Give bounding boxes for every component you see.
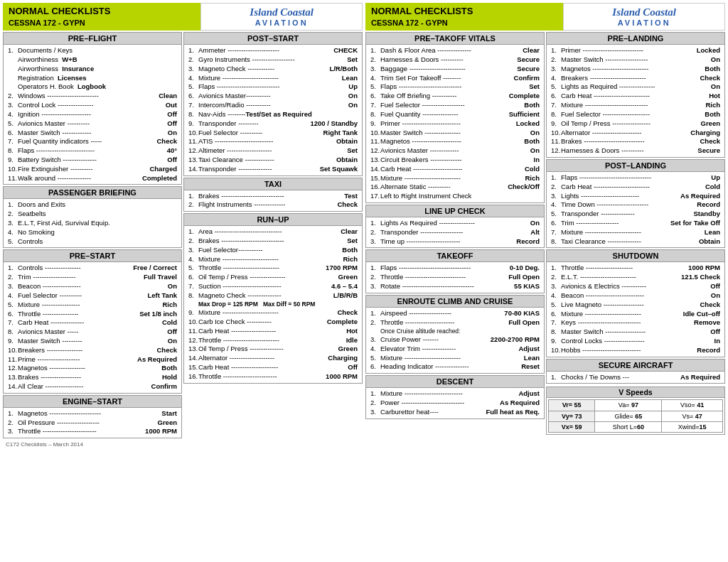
list-item: 4.Mixture -------------------------Rich — [188, 255, 358, 264]
left-title-line2: CESSNA 172 - GYPN — [9, 18, 195, 28]
list-item: 1.Ammeter -----------------------CHECK — [188, 46, 358, 55]
pretakeoff-section: PRE–TAKOFF VITALS 1.Dash & Floor Area --… — [365, 32, 545, 203]
takeoff-section: TAKEOFF 1.Flaps ------------------------… — [365, 249, 545, 293]
right-right-sub-col: PRE–LANDING 1.Primer -------------------… — [546, 32, 725, 449]
list-item: 12.Throttle -------------------------Idl… — [188, 336, 358, 345]
descent-header: DESCENT — [365, 375, 545, 388]
list-item: 10.Breakers ----------------Check — [8, 346, 177, 355]
vspeed-value: Glide= 65 — [595, 411, 662, 421]
taxi-content: 1.Brakes ----------------------------Tes… — [183, 190, 363, 212]
list-item: 6.Throttle ----------------Set 1/8 inch — [8, 310, 177, 319]
list-item: 10.Hobbs --------------------------Recor… — [551, 346, 720, 355]
descent-content: 1.Mixture --------------------------Adju… — [365, 388, 545, 418]
prelanding-section: PRE–LANDING 1.Primer -------------------… — [546, 32, 725, 158]
list-item: 1.Controls ----------------Free / Correc… — [8, 264, 177, 273]
list-item: 14.Carb Heat ----------------------Cold — [370, 165, 540, 174]
lineup-content: 1.Lights As Required ----------------On … — [365, 217, 545, 248]
list-item: 11.Carb Heat --------------------Hot — [188, 327, 358, 336]
list-item: 5.Flaps ----------------------------Up — [188, 82, 358, 92]
vspeed-value: Xwind=15 — [662, 421, 723, 432]
list-item: 13.Circuit Breakers --------------In — [370, 156, 540, 165]
list-item: 1.Lights As Required ----------------On — [370, 219, 540, 228]
list-item: 5.Mixture -----------------Rich — [8, 301, 177, 310]
poststart-section: POST–START 1.Ammeter -------------------… — [183, 32, 363, 175]
postlanding-header: POST–LANDING — [546, 159, 725, 172]
list-item: 3.Cruise Power -------2200-2700 RPM — [370, 335, 540, 345]
pretakeoff-header: PRE–TAKOFF VITALS — [365, 32, 545, 45]
list-item: 8.Taxi Clearance ---------------Obtain — [551, 237, 720, 247]
runup-content: 1.Area ------------------------------Cle… — [183, 226, 363, 383]
list-item: 9.Primer --------------------------Locke… — [370, 119, 540, 129]
list-item: 1.Magnetos -----------------------Start — [8, 409, 177, 418]
right-left-sub-col: PRE–TAKOFF VITALS 1.Dash & Floor Area --… — [365, 32, 545, 449]
list-item: 2.Master Switch -------------------On — [551, 55, 720, 65]
list-item: 9.Oil Temp / Press -----------------Gree… — [551, 119, 720, 129]
list-item: 8.Fuel Selector ---------------------Bot… — [551, 110, 720, 119]
list-item: 3.Avionics & Electrics -----------Off — [551, 282, 720, 291]
takeoff-header: TAKEOFF — [365, 249, 545, 262]
list-item: 7.Mixture -------------------------Lean — [551, 228, 720, 237]
list-item: 1.Chocks / Tie Downs ---As Required — [551, 373, 720, 382]
list-item: 9.Master Switch ---------On — [8, 337, 177, 346]
list-item: 14.Transponder ---------------Set Squawk — [188, 165, 358, 174]
list-item: 2.Gyro Instruments -------------------Se… — [188, 55, 358, 65]
list-item: 8. Flaps -------------------------- 40° — [8, 146, 177, 156]
list-item: 6. Master Switch ------------- On — [8, 129, 177, 138]
table-row: Vx= 59 Short L=60 Xwind=15 — [549, 421, 723, 432]
list-item: 6.Mixture -------------------------Idle … — [551, 310, 720, 319]
list-item: 5.Live Magneto ------------------Check — [551, 301, 720, 310]
list-item: 8.Master Switch ------------------Off — [551, 328, 720, 337]
vspeed-label: Vy= 73 — [549, 411, 595, 421]
list-item: 2.Flight Instruments --------------Check — [188, 200, 358, 210]
list-item: 3.Magnetos -------------------------Both — [551, 65, 720, 74]
poststart-content: 1.Ammeter -----------------------CHECK 2… — [183, 45, 363, 175]
list-item: Airworthiness W+B — [8, 55, 177, 65]
runup-section: RUN–UP 1.Area --------------------------… — [183, 213, 363, 383]
list-item: 3.Fuel Selector-----------Both — [188, 246, 358, 255]
list-item: 7.Fuel Selector -------------------Both — [370, 101, 540, 110]
list-item: 2. Windows ----------------------- Clean — [8, 92, 177, 101]
postlanding-section: POST–LANDING 1.Flaps -------------------… — [546, 159, 725, 249]
list-item: 2.Carb Heat -------------------------Col… — [551, 183, 720, 192]
list-item: 5.Throttle -------------------------1700… — [188, 264, 358, 273]
right-title-box: NORMAL CHECKLISTS CESSNA 172 - GYPN — [365, 3, 563, 31]
list-item: 4.Mixture -------------------------Lean — [188, 74, 358, 83]
list-item: 8.Fuel Quantity ----------------Sufficie… — [370, 110, 540, 119]
preflight-header: PRE–FLIGHT — [3, 32, 182, 45]
list-item: 13.Oil Temp / Press ---------------Green — [188, 345, 358, 354]
list-item: 8.Avionics Master -----Off — [8, 328, 177, 337]
list-item: 2.Transponder -------------------Alt — [370, 228, 540, 237]
list-item: 1.Airspeed -------------------70-80 KIAS — [370, 309, 540, 318]
list-item: 12.Harnesses & Doors ----------Secure — [551, 146, 720, 156]
list-item: 6.Take Off Briefing -----------Complete — [370, 92, 540, 101]
taxi-section: TAXI 1.Brakes --------------------------… — [183, 178, 363, 212]
list-item: 2.Power ----------------------------As R… — [370, 399, 540, 408]
left-sub-col: PRE–FLIGHT 1. Documents / Keys Airworthi… — [3, 32, 182, 449]
list-item: Airworthiness Insurance — [8, 65, 177, 74]
list-item: 11.Prime -------------------As Required — [8, 355, 177, 364]
lineup-section: LINE UP CHECK 1.Lights As Required -----… — [365, 205, 545, 248]
list-item: 4. Ignition ---------------------- Off — [8, 110, 177, 119]
vspeeds-section: V Speeds Vr= 55 Va= 97 Vso= 41 Vy= 73 Gl… — [546, 385, 725, 434]
left-brand-box: Island Coastal AVIATION — [200, 3, 363, 31]
list-item: Once Cruise altitude reached: — [370, 328, 540, 335]
list-item: 12.Avionics Master -------------On — [370, 146, 540, 156]
passenger-briefing-header: PASSENGER BRIEFING — [3, 186, 182, 199]
list-item: 1.Flaps --------------------------------… — [370, 264, 540, 273]
list-item: 3.Rotate -------------------------------… — [370, 282, 540, 291]
list-item: 11.ATIS --------------------------Obtain — [188, 137, 358, 146]
list-item: 7.Carb Heat ---------------Cold — [8, 318, 177, 328]
takeoff-content: 1.Flaps --------------------------------… — [365, 262, 545, 293]
list-item: 3.E.L.T, First Aid, Survival Equip. — [8, 219, 177, 228]
engine-start-section: ENGINE–START 1.Magnetos ----------------… — [3, 395, 182, 438]
list-item: 2.Throttle ----------------------Full Op… — [370, 318, 540, 328]
list-item: 5.Mixture -------------------------Lean — [370, 354, 540, 363]
shutdown-content: 1.Throttle ---------------------1000 RPM… — [546, 262, 725, 357]
list-item: 4.No Smoking — [8, 228, 177, 237]
list-item: 4.Beacon --------------------------On — [551, 291, 720, 301]
right-sub-col: POST–START 1.Ammeter -------------------… — [183, 32, 363, 449]
list-item: 5.Flaps ----------------------------Set — [370, 82, 540, 92]
shutdown-header: SHUTDOWN — [546, 249, 725, 262]
list-item: 4.Elevator Trim ---------------Adjust — [370, 345, 540, 354]
left-header: NORMAL CHECKLISTS CESSNA 172 - GYPN Isla… — [3, 3, 363, 31]
